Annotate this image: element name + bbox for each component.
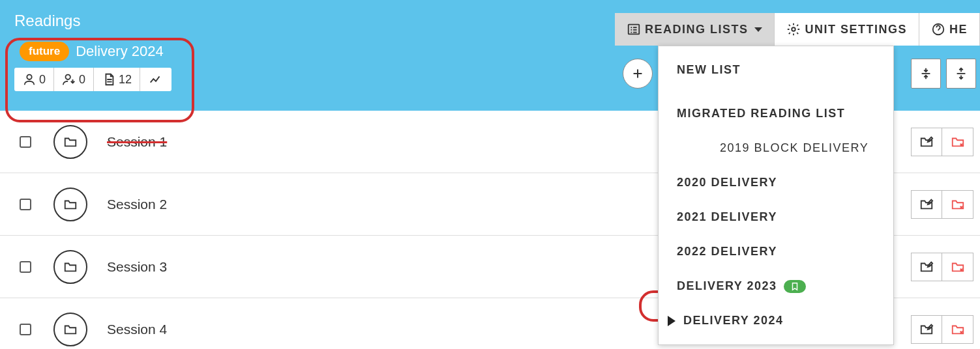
- session-name: Session 1: [107, 134, 167, 150]
- bookmark-badge: [784, 280, 806, 293]
- folder-button[interactable]: [53, 125, 87, 159]
- plus-icon: [631, 66, 645, 81]
- edit-folder-button[interactable]: [911, 253, 942, 281]
- svg-point-0: [27, 75, 31, 79]
- folder-delete-icon: [949, 135, 966, 149]
- document-icon: [102, 72, 116, 87]
- dropdown-item-current[interactable]: DELIVERY 2024: [659, 303, 893, 338]
- dropdown-item-label: 2019 BLOCK DELIVERY: [720, 141, 869, 155]
- folder-edit-icon: [918, 135, 935, 149]
- dropdown-item[interactable]: 2020 DELIVERY: [659, 165, 893, 200]
- edit-folder-button[interactable]: [911, 190, 942, 219]
- list-icon: [627, 22, 641, 36]
- delete-folder-button[interactable]: [942, 190, 973, 219]
- dropdown-item-label: 2022 DELIVERY: [677, 245, 777, 258]
- dropdown-item[interactable]: MIGRATED READING LIST: [659, 96, 893, 131]
- delivery-title: Delivery 2024: [76, 43, 164, 60]
- educators-count: 0: [39, 73, 46, 87]
- unit-settings-label: UNIT SETTINGS: [805, 23, 907, 36]
- session-name: Session 4: [107, 322, 167, 337]
- svg-point-1: [66, 75, 70, 79]
- chevron-down-icon: [754, 27, 762, 32]
- analytics-icon: [148, 72, 164, 87]
- bookmark-icon: [790, 282, 799, 291]
- stats-bar: 0 0 12: [14, 68, 171, 91]
- gear-icon: [786, 22, 801, 36]
- analytics-stat[interactable]: [140, 68, 171, 91]
- delivery-card: future Delivery 2024 0 0 12: [14, 39, 171, 91]
- edit-folder-button[interactable]: [911, 128, 942, 156]
- reading-lists-tab[interactable]: READING LISTS: [615, 13, 775, 46]
- folder-edit-icon: [918, 260, 935, 274]
- folder-button[interactable]: [53, 250, 87, 284]
- folder-icon: [62, 322, 79, 337]
- folder-edit-icon: [918, 322, 935, 337]
- dropdown-item-label: DELIVERY 2024: [683, 314, 784, 328]
- row-actions: [911, 128, 973, 156]
- collapse-all-button[interactable]: [911, 59, 941, 89]
- folder-icon: [62, 135, 79, 149]
- student-icon: [62, 72, 76, 87]
- unit-settings-tab[interactable]: UNIT SETTINGS: [775, 13, 919, 46]
- session-checkbox[interactable]: [20, 324, 31, 335]
- help-label: HE: [949, 23, 968, 36]
- readings-count: 12: [119, 73, 132, 87]
- help-icon: [931, 22, 945, 36]
- folder-delete-icon: [949, 197, 966, 212]
- dropdown-item-label: 2021 DELIVERY: [677, 210, 777, 224]
- delete-folder-button[interactable]: [942, 253, 973, 281]
- students-count: 0: [79, 73, 85, 87]
- dropdown-item[interactable]: DELIVERY 2023: [659, 269, 893, 303]
- topbar: READING LISTS UNIT SETTINGS HE: [615, 13, 980, 46]
- row-actions: [911, 190, 973, 219]
- current-indicator-icon: [668, 316, 676, 326]
- collapse-icon: [919, 66, 933, 81]
- educators-stat[interactable]: 0: [14, 68, 54, 91]
- folder-button[interactable]: [53, 188, 87, 221]
- delete-folder-button[interactable]: [942, 128, 973, 156]
- session-name: Session 2: [107, 197, 167, 212]
- folder-delete-icon: [949, 322, 966, 337]
- dropdown-item-label: 2020 DELIVERY: [677, 176, 777, 189]
- reading-lists-label: READING LISTS: [645, 23, 749, 36]
- session-checkbox[interactable]: [20, 199, 31, 210]
- expand-all-button[interactable]: [946, 59, 976, 89]
- dropdown-item-label: MIGRATED READING LIST: [677, 107, 845, 120]
- folder-button[interactable]: [53, 313, 87, 346]
- svg-point-3: [792, 27, 796, 31]
- delete-folder-button[interactable]: [942, 315, 973, 344]
- edit-folder-button[interactable]: [911, 315, 942, 344]
- session-name: Session 3: [107, 259, 167, 275]
- future-badge: future: [20, 42, 69, 61]
- add-button[interactable]: [623, 59, 653, 89]
- delivery-top: future Delivery 2024: [14, 39, 171, 64]
- students-stat[interactable]: 0: [54, 68, 94, 91]
- row-actions: [911, 315, 973, 344]
- row-actions: [911, 253, 973, 281]
- expand-icon: [954, 66, 968, 81]
- dropdown-item[interactable]: 2021 DELIVERY: [659, 200, 893, 234]
- folder-delete-icon: [949, 260, 966, 274]
- folder-icon: [62, 197, 79, 212]
- reading-lists-dropdown: NEW LIST MIGRATED READING LIST 2019 BLOC…: [658, 46, 894, 345]
- dropdown-item[interactable]: 2022 DELIVERY: [659, 234, 893, 269]
- dropdown-item[interactable]: 2019 BLOCK DELIVERY: [659, 131, 893, 165]
- folder-icon: [62, 260, 79, 274]
- dropdown-item-label: DELIVERY 2023: [677, 279, 777, 293]
- new-list-label: NEW LIST: [677, 63, 741, 77]
- new-list-item[interactable]: NEW LIST: [659, 53, 893, 87]
- session-checkbox[interactable]: [20, 136, 31, 148]
- folder-edit-icon: [918, 197, 935, 212]
- educator-icon: [22, 72, 37, 87]
- session-checkbox[interactable]: [20, 261, 31, 273]
- help-tab[interactable]: HE: [919, 13, 980, 46]
- readings-stat[interactable]: 12: [94, 68, 140, 91]
